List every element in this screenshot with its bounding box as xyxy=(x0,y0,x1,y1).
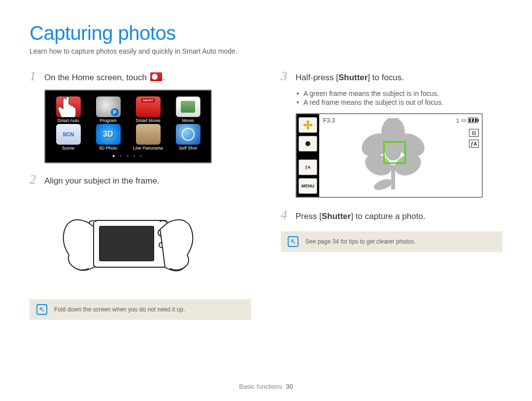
bullet-green: A green frame means the subject is in fo… xyxy=(297,90,502,97)
home-item-label: Smart Auto xyxy=(57,118,79,123)
note-text: See page 34 for tips to get clearer phot… xyxy=(305,238,415,245)
svg-point-7 xyxy=(303,124,307,126)
note-icon xyxy=(288,236,299,247)
viewfinder-main: F3.3 1 ▭ ⊡ ƒA xyxy=(319,114,482,197)
home-item-label: Smart Movie xyxy=(135,118,161,123)
note-fold-screen: Fold down the screen when you do not nee… xyxy=(30,299,251,320)
note-icon xyxy=(36,304,47,315)
step-1-text: On the Home screen, touch . xyxy=(44,71,251,83)
note-text: Fold down the screen when you do not nee… xyxy=(54,306,185,313)
svg-rect-15 xyxy=(391,165,395,189)
bullet-red: A red frame means the subject is out of … xyxy=(297,98,502,106)
step-4-a: Press [ xyxy=(296,212,322,221)
svg-rect-1 xyxy=(100,226,154,261)
indicator-2: ƒA xyxy=(469,140,479,148)
step-4: 4 Press [Shutter] to capture a photo. xyxy=(281,209,502,221)
step-3-b: ] to focus. xyxy=(367,73,404,82)
home-item-3d-photo[interactable]: 3D3D Photo xyxy=(89,124,127,151)
battery-icon xyxy=(468,118,478,123)
home-item-label: 3D Photo xyxy=(99,146,118,151)
home-item-label: Program xyxy=(100,118,117,123)
shutter-bold: Shutter xyxy=(322,212,351,221)
indicator-1: ⊡ xyxy=(469,129,479,137)
home-item-label: Live Panorama xyxy=(133,146,163,151)
home-item-live-panorama[interactable]: Live Panorama xyxy=(129,124,167,151)
step-number: 4 xyxy=(281,209,290,221)
home-item-movie[interactable]: Movie xyxy=(169,96,207,123)
smart-auto-icon xyxy=(56,96,81,117)
step-2: 2 Align your subject in the frame. xyxy=(30,173,251,289)
step-1-text-b: . xyxy=(163,73,166,82)
hands-holding-camera-illustration xyxy=(54,196,202,289)
footer-page-number: 30 xyxy=(286,383,293,390)
home-item-label: Scene xyxy=(62,146,75,151)
smart-movie-icon xyxy=(136,96,161,117)
macro-button[interactable] xyxy=(299,117,317,133)
pointing-hand-icon xyxy=(56,96,80,117)
focus-bullets: A green frame means the subject is in fo… xyxy=(297,90,502,106)
svg-point-8 xyxy=(309,124,313,126)
home-item-scene[interactable]: SCNScene xyxy=(49,124,87,151)
step-number: 1 xyxy=(30,70,38,83)
step-1-text-a: On the Home screen, touch xyxy=(44,73,149,82)
program-icon xyxy=(96,96,121,117)
movie-icon xyxy=(176,96,200,117)
step-4-text: Press [Shutter] to capture a photo. xyxy=(296,212,502,221)
shot-count: 1 xyxy=(456,118,459,123)
camera-home-screen: Smart AutoProgramSmart MovieMovieSCNScen… xyxy=(44,90,212,163)
step-3: 3 Half-press [Shutter] to focus. A green… xyxy=(281,70,502,198)
menu-button[interactable]: MENU xyxy=(299,178,317,194)
page-title: Capturing photos xyxy=(30,22,502,44)
home-item-smart-movie[interactable]: Smart Movie xyxy=(129,96,167,123)
home-item-program[interactable]: Program xyxy=(89,96,127,123)
pager-dots: ● • • • • xyxy=(49,154,207,158)
live-panorama-icon xyxy=(136,124,161,145)
page-subtitle: Learn how to capture photos easily and q… xyxy=(30,47,502,55)
step-3-text: Half-press [Shutter] to focus. xyxy=(296,73,502,83)
home-item-label: Self Shot xyxy=(179,146,197,151)
right-column: 3 Half-press [Shutter] to focus. A green… xyxy=(281,70,502,320)
svg-point-5 xyxy=(307,121,309,124)
step-number: 3 xyxy=(281,70,290,83)
aperture-value: F3.3 xyxy=(323,117,335,124)
svg-point-6 xyxy=(307,126,309,130)
page-footer: Basic functions 30 xyxy=(0,383,532,390)
focus-frame xyxy=(383,141,406,164)
left-column: 1 On the Home screen, touch . Smart Auto… xyxy=(30,70,251,320)
svg-point-16 xyxy=(372,177,394,192)
self-shot-icon xyxy=(176,124,200,145)
flash-auto-button[interactable]: ƒA xyxy=(299,159,317,175)
3d-photo-icon: 3D xyxy=(96,124,121,145)
step-2-text: Align your subject in the frame. xyxy=(44,176,251,186)
step-number: 2 xyxy=(30,173,38,186)
note-clearer-photos: See page 34 for tips to get clearer phot… xyxy=(281,231,502,252)
shots-remaining: 1 ▭ xyxy=(456,117,478,123)
smart-auto-icon xyxy=(149,71,163,82)
home-item-self-shot[interactable]: Self Shot xyxy=(169,124,207,151)
step-4-b: ] to capture a photo. xyxy=(351,212,425,221)
svg-point-4 xyxy=(307,124,309,126)
step-3-a: Half-press [ xyxy=(296,73,338,82)
footer-section: Basic functions xyxy=(239,383,282,390)
step-1: 1 On the Home screen, touch . Smart Auto… xyxy=(30,70,251,163)
viewfinder-sidebar: ƒA MENU xyxy=(297,114,319,197)
record-button[interactable] xyxy=(299,136,317,152)
home-item-label: Movie xyxy=(182,118,194,123)
home-item-smart-auto[interactable]: Smart Auto xyxy=(49,96,87,123)
camera-viewfinder: ƒA MENU xyxy=(296,113,483,198)
scene-icon: SCN xyxy=(56,124,81,145)
memory-icon: ▭ xyxy=(461,117,466,123)
shutter-bold: Shutter xyxy=(338,73,368,82)
viewfinder-right-indicators: ⊡ ƒA xyxy=(469,129,479,148)
